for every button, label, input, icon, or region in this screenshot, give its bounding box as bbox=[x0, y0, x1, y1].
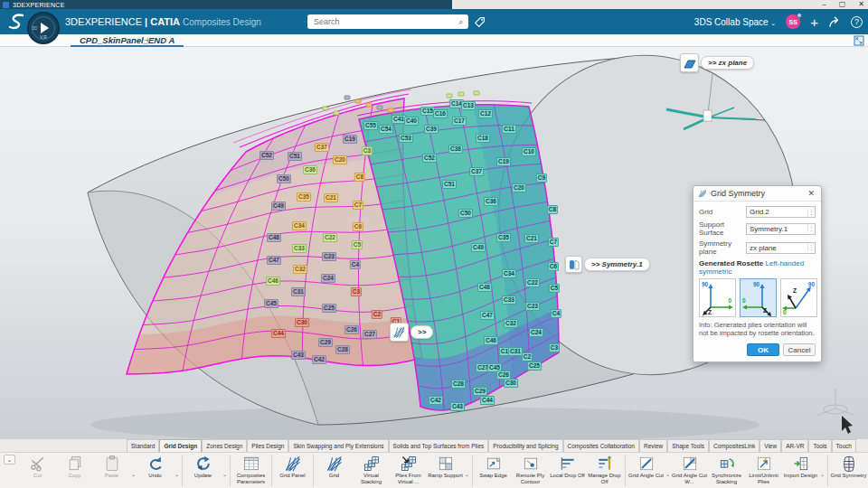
tool-cut[interactable]: Cut bbox=[19, 453, 56, 488]
symmetry-surface-label[interactable]: >> Symmetry.1 bbox=[584, 258, 650, 271]
tool-ramp-support-dropdown[interactable]: ⌄ bbox=[464, 453, 470, 488]
tool-grid[interactable]: Grid bbox=[316, 453, 353, 488]
cell-label-c20[interactable]: C20 bbox=[333, 155, 347, 164]
cell-label-c17[interactable]: C17 bbox=[452, 117, 467, 126]
cell-label-c46[interactable]: C46 bbox=[266, 277, 280, 286]
spinner-icon[interactable]: ⋮ bbox=[807, 209, 815, 216]
add-app-button[interactable]: + bbox=[810, 15, 818, 29]
ribbon-tab-compositeslink[interactable]: CompositesLink bbox=[709, 439, 760, 452]
cell-label-c47[interactable]: C47 bbox=[267, 256, 281, 265]
ribbon-tab-tools[interactable]: Tools bbox=[808, 439, 831, 452]
ok-button[interactable]: OK bbox=[747, 343, 779, 356]
cell-label-c42[interactable]: C42 bbox=[312, 355, 326, 364]
new-tab-button[interactable]: + bbox=[145, 34, 150, 46]
cell-label-c5[interactable]: C5 bbox=[352, 240, 363, 249]
cell-label-c31[interactable]: C31 bbox=[291, 287, 306, 296]
toolbar-collapse-button[interactable]: ⌄ bbox=[4, 455, 15, 465]
cell-label-c37[interactable]: C37 bbox=[315, 143, 329, 152]
tool-grid-angle-cut-w[interactable]: Grid Angle Cut W... bbox=[671, 453, 708, 488]
ribbon-tab-skin-swapping-and-ply-extensions[interactable]: Skin Swapping and Ply Extensions bbox=[288, 439, 388, 452]
ribbon-tab-view[interactable]: View bbox=[760, 439, 781, 452]
tool-local-drop-off[interactable]: Local Drop Off bbox=[549, 453, 586, 488]
cell-label-c22[interactable]: C22 bbox=[525, 278, 540, 287]
cell-label-c52[interactable]: C52 bbox=[259, 151, 274, 160]
tool-swap-edge[interactable]: Swap Edge bbox=[475, 453, 512, 488]
cell-label-c9[interactable]: C9 bbox=[536, 174, 547, 183]
cell-label-c5[interactable]: C5 bbox=[549, 284, 560, 293]
ribbon-tab-solids-and-top-surfaces-from-plies[interactable]: Solids and Top Surfaces from Plies bbox=[389, 439, 489, 452]
rosette-option-1[interactable]: 90 0 Z bbox=[699, 278, 736, 317]
cell-label-c4[interactable]: C4 bbox=[350, 260, 361, 269]
cell-label-c33[interactable]: C33 bbox=[502, 296, 516, 305]
tool-grid-symmetry[interactable]: Grid Symmetry bbox=[830, 453, 867, 488]
cell-label-c18[interactable]: C18 bbox=[476, 134, 490, 143]
cell-label-c30[interactable]: C30 bbox=[295, 318, 309, 327]
rosette-option-3[interactable]: 90 0 Z bbox=[780, 278, 817, 317]
tool-ramp-support[interactable]: Ramp Support bbox=[427, 453, 464, 488]
cell-label-c24[interactable]: C24 bbox=[529, 328, 543, 337]
cell-label-c53[interactable]: C53 bbox=[399, 134, 413, 143]
cell-label-c33[interactable]: C33 bbox=[292, 244, 307, 253]
share-button[interactable] bbox=[828, 16, 841, 27]
ribbon-tab-grid-design[interactable]: Grid Design bbox=[159, 439, 202, 452]
tag-icon[interactable] bbox=[474, 16, 486, 28]
cell-label-c2[interactable]: C2 bbox=[522, 352, 533, 361]
spinner-icon[interactable]: ⋮ bbox=[807, 225, 815, 232]
cell-label-c35[interactable]: C35 bbox=[496, 233, 511, 242]
tool-reroute-ply-contour[interactable]: Reroute Ply Contour bbox=[512, 453, 549, 488]
cell-label-c2[interactable]: C2 bbox=[372, 310, 382, 319]
ribbon-tab-producibility-and-splicing[interactable]: Producibility and Splicing bbox=[488, 439, 562, 452]
grid-icon[interactable] bbox=[390, 323, 409, 342]
cell-label-c46[interactable]: C46 bbox=[484, 336, 498, 345]
cell-label-c16[interactable]: C16 bbox=[433, 109, 448, 118]
cell-label-c13[interactable]: C13 bbox=[461, 101, 476, 110]
search-input[interactable] bbox=[307, 17, 454, 26]
tool-virtual-stacking[interactable]: Virtual Stacking bbox=[353, 453, 390, 488]
cell-label-c36[interactable]: C36 bbox=[303, 165, 317, 174]
cell-label-c8[interactable]: C8 bbox=[547, 205, 558, 214]
close-button[interactable]: ✕ bbox=[858, 0, 864, 9]
cell-label-c55[interactable]: C55 bbox=[363, 121, 378, 130]
tool-limit-unlimit-plies[interactable]: Limit/Unlimit Plies bbox=[745, 453, 782, 488]
cell-label-c21[interactable]: C21 bbox=[324, 193, 338, 202]
grid-callout-label[interactable]: >> bbox=[410, 325, 433, 339]
cell-label-c27[interactable]: C27 bbox=[363, 330, 377, 339]
cell-label-c54[interactable]: C54 bbox=[379, 125, 393, 134]
cell-label-c35[interactable]: C35 bbox=[297, 192, 311, 202]
tool-grid-angle-cut-dropdown[interactable]: ⌄ bbox=[665, 453, 671, 488]
cell-label-c40[interactable]: C40 bbox=[404, 117, 419, 126]
zx-plane-label[interactable]: >> zx plane bbox=[701, 56, 754, 70]
cell-label-c21[interactable]: C21 bbox=[524, 234, 539, 243]
tool-update-dropdown[interactable]: ⌄ bbox=[222, 453, 228, 488]
cell-label-c8[interactable]: C8 bbox=[354, 173, 365, 182]
cell-label-c7[interactable]: C7 bbox=[353, 201, 363, 210]
ribbon-tab-shape-tools[interactable]: Shape Tools bbox=[667, 439, 709, 452]
cell-label-c6[interactable]: C6 bbox=[548, 262, 559, 271]
cell-label-c25[interactable]: C25 bbox=[322, 304, 336, 313]
cell-label-c6[interactable]: C6 bbox=[353, 222, 363, 231]
3d-compass[interactable]: 3D V.R bbox=[27, 12, 60, 44]
dialog-close-icon[interactable]: ✕ bbox=[806, 189, 816, 198]
tool-grid-panel[interactable]: Grid Panel bbox=[274, 453, 311, 488]
ribbon-tab-standard[interactable]: Standard bbox=[127, 439, 159, 452]
tool-plies-from-virtual[interactable]: Plies From Virtual ... bbox=[390, 453, 427, 488]
cell-label-c34[interactable]: C34 bbox=[292, 221, 307, 230]
cell-label-c29[interactable]: C29 bbox=[318, 338, 333, 347]
tool-grid-angle-cut[interactable]: Grid Angle Cut bbox=[627, 453, 665, 488]
tool-synchronize-stacking[interactable]: Synchronize Stacking bbox=[708, 453, 745, 488]
cell-label-c51[interactable]: C51 bbox=[442, 180, 457, 189]
cell-label-c44[interactable]: C44 bbox=[480, 396, 495, 405]
zx-plane-callout[interactable]: >> zx plane bbox=[680, 53, 754, 72]
cell-label-c29[interactable]: C29 bbox=[473, 387, 487, 396]
cell-label-c25[interactable]: C25 bbox=[527, 361, 542, 371]
cell-label-c22[interactable]: C22 bbox=[323, 233, 337, 242]
cell-label-c3[interactable]: C3 bbox=[362, 146, 373, 155]
dialog-header[interactable]: Grid Symmetry ✕ bbox=[693, 186, 821, 202]
tool-import-design[interactable]: Import Design bbox=[782, 453, 819, 488]
cell-label-c10[interactable]: C10 bbox=[522, 147, 536, 156]
expand-viewport-icon[interactable] bbox=[854, 35, 864, 46]
cell-label-c50[interactable]: C50 bbox=[277, 174, 291, 183]
grid-callout[interactable]: >> bbox=[390, 323, 433, 342]
ribbon-tab-touch[interactable]: Touch bbox=[832, 439, 856, 452]
cell-label-c23[interactable]: C23 bbox=[525, 302, 540, 311]
